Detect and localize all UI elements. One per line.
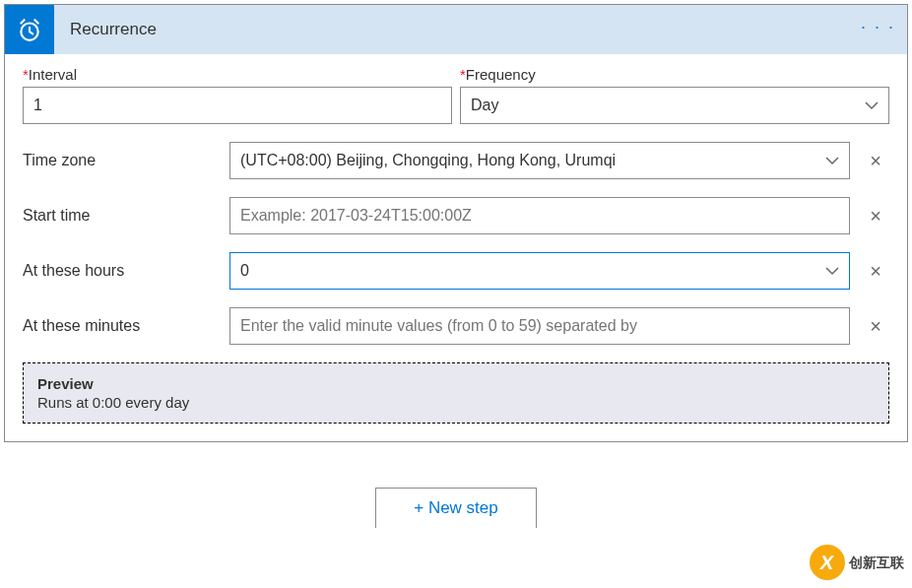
starttime-input[interactable]: [229, 197, 850, 234]
chevron-down-icon: [825, 153, 839, 168]
timezone-select[interactable]: (UTC+08:00) Beijing, Chongqing, Hong Kon…: [229, 142, 850, 179]
minutes-row: At these minutes ×: [23, 307, 889, 345]
starttime-label: Start time: [23, 207, 229, 225]
chevron-down-icon: [865, 98, 879, 113]
new-step-wrap: + New step: [0, 488, 912, 528]
timezone-value: (UTC+08:00) Beijing, Chongqing, Hong Kon…: [240, 152, 616, 169]
clear-starttime-button[interactable]: ×: [862, 205, 889, 228]
recurrence-icon: [5, 5, 54, 54]
interval-frequency-row: *Interval *Frequency Day: [23, 66, 889, 124]
hours-value: 0: [240, 262, 249, 280]
clear-minutes-button[interactable]: ×: [862, 315, 889, 338]
ellipsis-icon[interactable]: · · ·: [861, 17, 895, 37]
hours-label: At these hours: [23, 262, 229, 280]
interval-input[interactable]: [23, 87, 452, 124]
watermark-cn: 创新互联: [849, 555, 904, 569]
card-body: *Interval *Frequency Day Time zone (UTC+…: [5, 54, 907, 441]
recurrence-card: Recurrence · · · *Interval *Frequency Da…: [4, 4, 908, 442]
frequency-label: *Frequency: [460, 66, 889, 83]
preview-text: Runs at 0:00 every day: [37, 394, 875, 411]
preview-title: Preview: [37, 375, 875, 392]
frequency-label-text: Frequency: [466, 66, 536, 83]
timezone-row: Time zone (UTC+08:00) Beijing, Chongqing…: [23, 142, 889, 179]
new-step-button[interactable]: + New step: [375, 488, 537, 528]
minutes-input[interactable]: [229, 307, 850, 345]
preview-box: Preview Runs at 0:00 every day: [23, 362, 889, 424]
watermark-text: 创新互联: [849, 555, 904, 569]
clear-timezone-button[interactable]: ×: [862, 150, 889, 172]
hours-select[interactable]: 0: [229, 252, 850, 290]
card-title: Recurrence: [70, 20, 157, 39]
interval-label: *Interval: [23, 66, 452, 83]
chevron-down-icon: [825, 263, 839, 279]
frequency-select[interactable]: Day: [460, 87, 889, 124]
hours-row: At these hours 0 ×: [23, 252, 889, 290]
interval-column: *Interval: [23, 66, 452, 124]
minutes-label: At these minutes: [23, 317, 229, 335]
watermark: X 创新互联: [810, 545, 904, 580]
starttime-row: Start time ×: [23, 197, 889, 234]
frequency-value: Day: [471, 97, 498, 114]
frequency-column: *Frequency Day: [460, 66, 889, 124]
clear-hours-button[interactable]: ×: [862, 260, 889, 283]
card-header: Recurrence · · ·: [5, 5, 907, 54]
interval-label-text: Interval: [29, 66, 77, 83]
watermark-logo-icon: X: [810, 545, 845, 580]
timezone-label: Time zone: [23, 152, 229, 169]
